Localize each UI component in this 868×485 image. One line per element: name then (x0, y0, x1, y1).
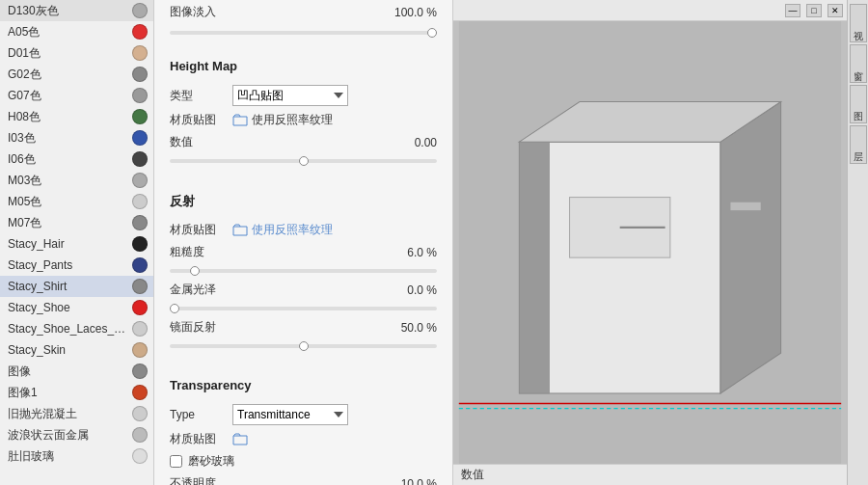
reflection-material-control: 使用反照率纹理 (232, 222, 437, 238)
material-item-name: Stacy_Hair (8, 237, 128, 251)
metallic-slider[interactable] (170, 307, 437, 310)
material-item-name: I06色 (8, 151, 128, 168)
svg-marker-4 (720, 101, 781, 393)
close-button[interactable]: ✕ (827, 4, 843, 17)
material-item[interactable]: D130灰色 (0, 0, 153, 21)
material-item-name: D130灰色 (8, 3, 128, 19)
material-color-dot (132, 173, 148, 188)
mirror-value: 50.0 % (389, 321, 437, 335)
material-item-name: M07色 (8, 215, 128, 231)
roughness-value: 6.0 % (389, 246, 437, 259)
material-item[interactable]: 图像 (0, 361, 153, 382)
height-map-material-control: 使用反照率纹理 (232, 112, 437, 128)
transparency-material-label: 材质贴图 (170, 431, 232, 447)
frosted-glass-checkbox[interactable] (170, 455, 182, 468)
material-item-name: 图像 (8, 364, 128, 380)
material-color-dot (132, 406, 148, 421)
material-item[interactable]: Stacy_Shirt (0, 276, 153, 297)
material-item[interactable]: Stacy_Shoe (0, 297, 153, 318)
material-color-dot (132, 385, 148, 400)
roughness-slider[interactable] (170, 269, 437, 273)
opacity-value: 10.0 % (389, 477, 437, 486)
transparency-material-row: 材质贴图 (170, 431, 437, 447)
material-item-name: A05色 (8, 24, 128, 40)
frosted-glass-row: 磨砂玻璃 (170, 453, 437, 470)
height-map-type-row: 类型 凹凸贴图法线贴图位移贴图 (170, 85, 437, 106)
image-fade-slider[interactable] (170, 31, 437, 35)
height-map-section: 类型 凹凸贴图法线贴图位移贴图 材质贴图 使用反照率纹理 数值 0.00 (154, 77, 452, 179)
toolbar-btn-2[interactable]: 窗 (850, 44, 867, 83)
material-item[interactable]: Stacy_Skin (0, 339, 153, 361)
toolbar-btn-3[interactable]: 图 (850, 85, 867, 123)
transparency-folder-icon[interactable] (232, 433, 248, 446)
material-item[interactable]: I06色 (0, 148, 153, 170)
material-item-name: M03色 (8, 173, 128, 189)
material-color-dot (132, 427, 148, 443)
material-item[interactable]: M07色 (0, 212, 153, 233)
toolbar-btn-4[interactable]: 层 (850, 125, 867, 164)
material-item-name: 旧抛光混凝土 (8, 406, 128, 422)
transparency-type-select[interactable]: TransmittanceAlphaNone (232, 404, 348, 425)
material-item-name: 波浪状云面金属 (8, 427, 128, 444)
material-item[interactable]: 波浪状云面金属 (0, 424, 153, 445)
mirror-label: 镜面反射 (170, 319, 389, 336)
minimize-button[interactable]: — (785, 4, 800, 17)
material-item[interactable]: I03色 (0, 127, 153, 148)
height-map-value-row: 数值 0.00 (170, 134, 437, 166)
material-list-panel: D130灰色A05色D01色G02色G07色H08色I03色I06色M03色M0… (0, 0, 154, 485)
material-item[interactable]: Stacy_Pants (0, 255, 153, 276)
material-item[interactable]: G02色 (0, 64, 153, 85)
height-map-folder-icon[interactable] (232, 114, 248, 127)
material-item[interactable]: D01色 (0, 42, 153, 64)
svg-rect-8 (519, 142, 549, 393)
mirror-row: 镜面反射 50.0 % (170, 319, 437, 351)
material-item[interactable]: M03色 (0, 170, 153, 191)
material-item[interactable]: Stacy_Hair (0, 233, 153, 255)
viewport-titlebar: — □ ✕ (453, 0, 847, 21)
material-list: D130灰色A05色D01色G02色G07色H08色I03色I06色M03色M0… (0, 0, 153, 485)
maximize-button[interactable]: □ (806, 4, 822, 17)
metallic-row: 金属光泽 0.0 % (170, 282, 437, 313)
metallic-label: 金属光泽 (170, 282, 389, 298)
material-color-dot (132, 279, 148, 294)
material-color-dot (132, 45, 148, 61)
viewport-panel: — □ ✕ 数值 视 窗 图 层 (453, 0, 868, 485)
material-item-name: G02色 (8, 67, 128, 83)
material-item[interactable]: 肚旧玻璃 (0, 445, 153, 467)
mirror-slider[interactable] (170, 344, 437, 348)
material-item-name: Stacy_Shoe_Laces_S... (8, 322, 128, 336)
height-map-type-select[interactable]: 凹凸贴图法线贴图位移贴图 (232, 85, 348, 106)
right-toolbar: 视 窗 图 层 (847, 0, 868, 485)
material-color-dot (132, 257, 148, 273)
material-item[interactable]: H08色 (0, 106, 153, 127)
bottom-bar-label: 数值 (461, 467, 484, 483)
height-map-title: Height Map (154, 53, 452, 77)
toolbar-btn-1[interactable]: 视 (850, 4, 867, 42)
transparency-material-control (232, 433, 437, 446)
metallic-value: 0.0 % (389, 283, 437, 297)
material-item-name: D01色 (8, 45, 128, 62)
material-item[interactable]: A05色 (0, 21, 153, 42)
image-fade-value: 100.0 % (389, 6, 437, 19)
reflection-section: 材质贴图 使用反照率纹理 粗糙度 6.0 % 金属光泽 0. (154, 214, 452, 364)
height-map-slider[interactable] (170, 159, 437, 163)
image-fade-row: 图像淡入 100.0 % (154, 0, 452, 24)
reflection-material-row: 材质贴图 使用反照率纹理 (170, 222, 437, 238)
material-item-name: G07色 (8, 88, 128, 104)
material-item-name: H08色 (8, 109, 128, 125)
material-item[interactable]: 图像1 (0, 382, 153, 403)
height-map-type-label: 类型 (170, 88, 232, 104)
material-item[interactable]: G07色 (0, 85, 153, 106)
material-color-dot (132, 300, 148, 315)
height-map-material-label: 材质贴图 (170, 112, 232, 128)
viewport-scene (453, 21, 847, 464)
properties-panel: 图像淡入 100.0 % Height Map 类型 凹凸贴图法线贴图位移贴图 … (154, 0, 453, 485)
material-item[interactable]: M05色 (0, 191, 153, 212)
svg-rect-9 (730, 202, 760, 210)
material-color-dot (132, 3, 148, 18)
material-item[interactable]: Stacy_Shoe_Laces_S... (0, 318, 153, 339)
reflection-folder-icon[interactable] (232, 224, 248, 237)
reflection-material-link[interactable]: 使用反照率纹理 (252, 222, 333, 238)
material-item[interactable]: 旧抛光混凝土 (0, 403, 153, 424)
roughness-label: 粗糙度 (170, 244, 389, 260)
